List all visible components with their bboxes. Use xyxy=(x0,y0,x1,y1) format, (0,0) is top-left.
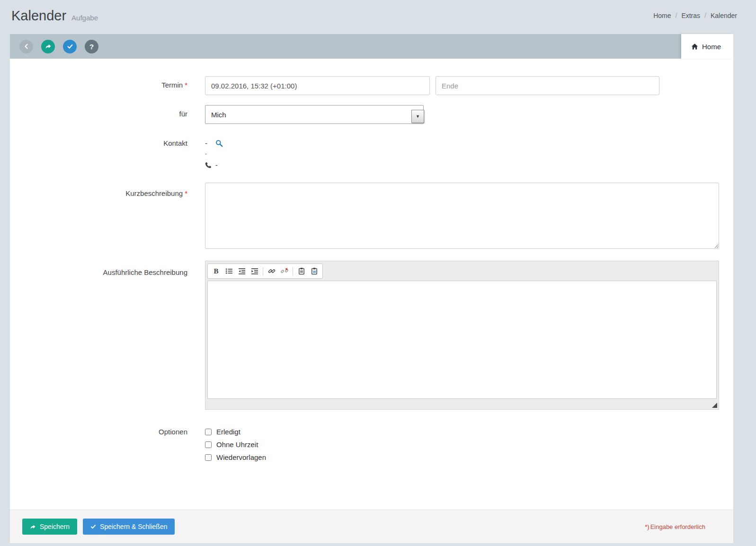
chevron-left-icon xyxy=(23,43,30,50)
breadcrumb-separator: / xyxy=(675,12,677,19)
wiedervorlagen-checkbox[interactable] xyxy=(205,454,212,461)
kurzbeschreibung-textarea[interactable] xyxy=(205,183,719,249)
kontakt-label: Kontakt xyxy=(10,138,187,169)
unlink-icon xyxy=(281,267,288,275)
option-wiedervorlagen: Wiedervorlagen xyxy=(205,453,266,461)
kontakt-phone-value: - xyxy=(215,161,218,169)
speichern-label: Speichern xyxy=(40,523,70,530)
kontakt-subvalue: - xyxy=(205,150,223,157)
tab-home[interactable]: Home xyxy=(681,34,733,59)
clipboard-paste-word-icon: W xyxy=(311,267,318,275)
row-kontakt: Kontakt - - xyxy=(10,138,733,169)
required-asterisk: * xyxy=(185,189,187,197)
paste-from-word-button[interactable]: W xyxy=(308,265,320,277)
breadcrumb: Home / Extras / Kalender xyxy=(653,12,737,19)
content-panel: ? Home Termin* xyxy=(10,34,733,543)
row-termin: Termin* xyxy=(10,76,733,95)
fuer-select-arrow-button[interactable]: ▼ xyxy=(411,110,424,123)
form-footer: Speichern Speichern & Schließen *)Eingab… xyxy=(10,510,733,543)
beschreibung-editor-area[interactable] xyxy=(207,281,717,399)
optionen-group: Erledigt Ohne Uhrzeit Wiedervorlagen xyxy=(205,428,266,466)
action-toolbar: ? Home xyxy=(10,34,733,59)
page: Kalender Aufgabe Home / Extras / Kalende… xyxy=(0,0,756,546)
magnifier-icon xyxy=(215,140,223,147)
termin-input[interactable] xyxy=(205,76,430,95)
richtext-editor: B xyxy=(205,261,719,410)
editor-resize-handle[interactable] xyxy=(712,403,717,408)
fuer-select-value: Mich xyxy=(211,111,226,119)
kontakt-value: - xyxy=(205,139,207,147)
option-erledigt: Erledigt xyxy=(205,428,266,436)
erledigt-checkbox[interactable] xyxy=(205,429,212,435)
title-wrap: Kalender Aufgabe xyxy=(11,8,98,24)
kontakt-search-button[interactable] xyxy=(215,140,223,147)
outdent-icon xyxy=(238,267,246,275)
outdent-button[interactable] xyxy=(236,265,248,277)
indent-button[interactable] xyxy=(249,265,260,277)
beschreibung-label: Ausführliche Beschreibung xyxy=(10,261,187,410)
row-optionen: Optionen Erledigt Ohne Uhrzeit xyxy=(10,427,733,466)
row-fuer: für Mich ▼ xyxy=(10,105,733,124)
bold-icon: B xyxy=(213,267,218,275)
richtext-toolbar: B xyxy=(205,261,719,281)
question-mark-icon: ? xyxy=(89,43,94,50)
page-header: Kalender Aufgabe Home / Extras / Kalende… xyxy=(0,0,756,31)
breadcrumb-kalender[interactable]: Kalender xyxy=(711,12,737,19)
fuer-select[interactable]: Mich ▼ xyxy=(205,105,424,124)
phone-icon xyxy=(205,162,212,168)
bulleted-list-button[interactable] xyxy=(223,265,235,277)
task-form: Termin* für Mich ▼ xyxy=(10,59,733,510)
toolbar-save-button[interactable] xyxy=(41,40,55,53)
home-icon xyxy=(691,43,698,50)
erledigt-label: Erledigt xyxy=(216,428,240,436)
speichern-button[interactable]: Speichern xyxy=(22,519,77,535)
bulleted-list-icon xyxy=(225,267,233,275)
ohne-uhrzeit-label: Ohne Uhrzeit xyxy=(216,440,258,449)
unlink-button[interactable] xyxy=(278,265,290,277)
kontakt-block: - - - xyxy=(205,138,223,169)
bold-button[interactable]: B xyxy=(210,265,222,277)
curved-forward-arrow-icon xyxy=(45,43,52,50)
ende-input[interactable] xyxy=(436,76,659,95)
toolbar-separator xyxy=(293,267,293,275)
wiedervorlagen-label: Wiedervorlagen xyxy=(216,453,266,461)
editor-statusbar xyxy=(205,399,719,409)
paste-button[interactable] xyxy=(295,265,307,277)
fuer-label: für xyxy=(10,105,187,124)
row-kurzbeschreibung: Kurzbeschreibung* xyxy=(10,183,733,249)
caret-down-icon: ▼ xyxy=(416,114,420,119)
check-icon xyxy=(67,43,73,50)
page-title: Kalender xyxy=(11,8,66,24)
speichern-schliessen-label: Speichern & Schließen xyxy=(100,523,167,530)
toolbar-save-close-button[interactable] xyxy=(63,40,77,53)
toolbar-separator xyxy=(263,267,263,275)
link-icon xyxy=(268,267,276,275)
page-subtitle: Aufgabe xyxy=(71,14,98,22)
clipboard-paste-icon xyxy=(298,267,305,275)
required-asterisk: * xyxy=(185,81,187,89)
tab-home-label: Home xyxy=(702,43,721,51)
optionen-label: Optionen xyxy=(10,427,187,466)
breadcrumb-separator: / xyxy=(704,12,706,19)
option-ohne-uhrzeit: Ohne Uhrzeit xyxy=(205,440,266,449)
link-button[interactable] xyxy=(266,265,277,277)
row-beschreibung: Ausführliche Beschreibung B xyxy=(10,261,733,410)
breadcrumb-home[interactable]: Home xyxy=(653,12,671,19)
check-icon xyxy=(90,524,96,529)
svg-text:W: W xyxy=(312,270,316,273)
toolbar-back-button[interactable] xyxy=(19,40,33,53)
termin-label: Termin* xyxy=(10,76,187,95)
required-note: *)Eingabe erforderlich xyxy=(645,523,705,530)
toolbar-help-button[interactable]: ? xyxy=(85,40,98,53)
required-note-star: *) xyxy=(645,523,649,530)
indent-icon xyxy=(251,267,258,275)
kurzbeschreibung-label: Kurzbeschreibung* xyxy=(10,183,187,249)
speichern-schliessen-button[interactable]: Speichern & Schließen xyxy=(83,519,175,535)
curved-forward-arrow-icon xyxy=(30,524,36,530)
ohne-uhrzeit-checkbox[interactable] xyxy=(205,441,212,448)
required-note-text: Eingabe erforderlich xyxy=(650,523,705,530)
breadcrumb-extras[interactable]: Extras xyxy=(681,12,700,19)
